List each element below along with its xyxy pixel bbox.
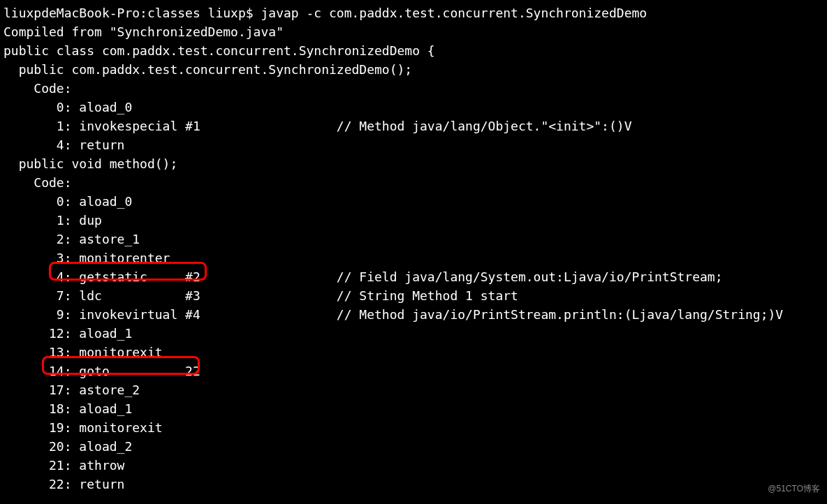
bytecode-line: 9: invokevirtual #4 // Method java/io/Pr…: [3, 305, 827, 324]
bytecode-line: 14: goto 22: [3, 362, 827, 380]
bytecode-line: 17: astore_2: [3, 380, 827, 399]
method-declaration: public void method();: [3, 154, 827, 173]
bytecode-line: 7: ldc #3 // String Method 1 start: [3, 286, 827, 305]
bytecode-line: 19: monitorexit: [3, 418, 827, 437]
bytecode-line: 22: return: [3, 475, 827, 494]
bytecode-line: 20: aload_2: [3, 437, 827, 456]
terminal-prompt-line: liuxpdeMacBook-Pro:classes liuxp$ javap …: [3, 3, 827, 22]
constructor-declaration: public com.paddx.test.concurrent.Synchro…: [3, 60, 827, 79]
bytecode-line: 1: dup: [3, 211, 827, 230]
code-label: Code:: [3, 173, 827, 192]
compiled-from-line: Compiled from "SynchronizedDemo.java": [3, 22, 827, 41]
bytecode-line: 0: aload_0: [3, 98, 827, 117]
bytecode-line: 21: athrow: [3, 456, 827, 475]
bytecode-line: 2: astore_1: [3, 230, 827, 249]
bytecode-line: 1: invokespecial #1 // Method java/lang/…: [3, 117, 827, 135]
bytecode-line-monitorexit: 13: monitorexit: [3, 343, 827, 362]
bytecode-line-monitorenter: 3: monitorenter: [3, 249, 827, 267]
watermark-text: @51CTO博客: [768, 480, 820, 498]
bytecode-line: 4: return: [3, 135, 827, 154]
bytecode-line: 18: aload_1: [3, 399, 827, 418]
class-declaration: public class com.paddx.test.concurrent.S…: [3, 41, 827, 60]
code-label: Code:: [3, 79, 827, 98]
bytecode-line: 0: aload_0: [3, 192, 827, 211]
bytecode-line: 12: aload_1: [3, 324, 827, 343]
bytecode-line: 4: getstatic #2 // Field java/lang/Syste…: [3, 267, 827, 286]
